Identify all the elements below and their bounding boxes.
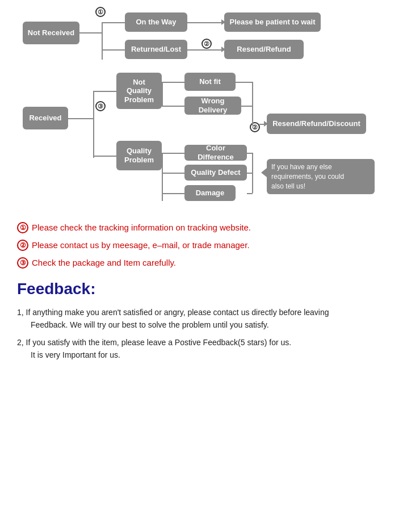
- line-to-notquality: [93, 91, 117, 92]
- on-the-way-box: On the Way: [125, 12, 187, 32]
- feedback-item-2: 2, If you satisfy with the item, please …: [17, 336, 386, 362]
- line-damage-merge: [247, 193, 253, 194]
- feedback-item-1: 1, If anything make you aren't satisfied…: [17, 306, 386, 332]
- legend-text-1: Please check the tracking information on…: [32, 221, 251, 233]
- flowchart: ① Not Received On the Way Returned/Lost …: [11, 6, 392, 216]
- circle-num-1: ①: [95, 7, 106, 17]
- line-onway-wait: [187, 22, 225, 23]
- feedback-item-1-indent: Feedback. We will try our best to solve …: [17, 319, 386, 331]
- not-fit-box: Not fit: [184, 73, 236, 91]
- arrow-onway: [221, 19, 225, 25]
- legend-item-1: ① Please check the tracking information …: [17, 221, 386, 233]
- line-notfit-to-merge: [236, 82, 253, 83]
- vline-upper-to-circle2: [252, 94, 253, 125]
- legend-text-2: Please contact us by meesage, e–mail, or…: [32, 239, 250, 251]
- returned-lost-box: Returned/Lost: [125, 40, 187, 59]
- not-received-box: Not Received: [23, 22, 79, 44]
- line-qp-defect: [162, 173, 185, 174]
- line-qp-damage: [162, 193, 185, 194]
- resend-refund-box: Resend/Refund: [224, 40, 304, 59]
- line-nq-wrongdel: [162, 106, 185, 107]
- wrong-delivery-box: Wrong Delivery: [184, 97, 241, 115]
- color-diff-box: Color Difference: [184, 145, 247, 161]
- line-wrongdel-to-merge: [236, 106, 253, 107]
- quality-defect-box: Quality Defect: [184, 165, 247, 181]
- resend-refund-discount-box: Resend/Refund/Discount: [267, 114, 366, 134]
- line-nq-notfit: [162, 82, 185, 83]
- legend-item-2: ② Please contact us by meesage, e–mail, …: [17, 239, 386, 251]
- line-returned-resend: [187, 49, 225, 51]
- received-box: Received: [23, 107, 68, 129]
- legend-num-1: ①: [17, 222, 28, 233]
- legend-num-3: ③: [17, 257, 28, 269]
- tooltip-box: If you have any elserequirements, you co…: [267, 159, 375, 194]
- feedback-title: Feedback:: [17, 280, 386, 298]
- feedback-section: Feedback: 1, If anything make you aren't…: [11, 280, 392, 362]
- feedback-item-2-indent: It is very Important for us.: [17, 349, 386, 361]
- line-qp-colordiff: [162, 153, 185, 154]
- line-nr-branch: [79, 32, 102, 33]
- arrow-discount: [264, 121, 268, 127]
- quality-problem-box: QualityProblem: [116, 141, 162, 170]
- line-to-onway: [102, 22, 125, 23]
- line-to-quality: [93, 156, 117, 157]
- legend-text-3: Check the package and Item carefully.: [32, 257, 176, 269]
- legend-num-2: ②: [17, 240, 28, 251]
- line-to-returned: [102, 49, 125, 51]
- feedback-item-1-label: 1, If anything make you aren't satisfied…: [17, 308, 329, 317]
- not-quality-box: NotQualityProblem: [116, 73, 162, 109]
- legend-item-3: ③ Check the package and Item carefully.: [17, 257, 386, 269]
- arrow-returned: [221, 47, 225, 52]
- legend-section: ① Please check the tracking information …: [11, 221, 392, 269]
- circle-num-2a: ②: [202, 39, 212, 49]
- circle-num-3: ③: [95, 101, 106, 111]
- vline-qp-merge: [252, 153, 253, 193]
- please-wait-box: Please be patient to wait: [224, 12, 321, 32]
- vline-nq: [162, 82, 163, 106]
- circle-num-2b: ②: [250, 122, 260, 132]
- feedback-item-2-label: 2, If you satisfy with the item, please …: [17, 338, 291, 347]
- damage-box: Damage: [184, 185, 236, 201]
- line-received-branch: [68, 118, 94, 119]
- vline-received: [93, 91, 94, 158]
- vline-nr: [102, 22, 103, 60]
